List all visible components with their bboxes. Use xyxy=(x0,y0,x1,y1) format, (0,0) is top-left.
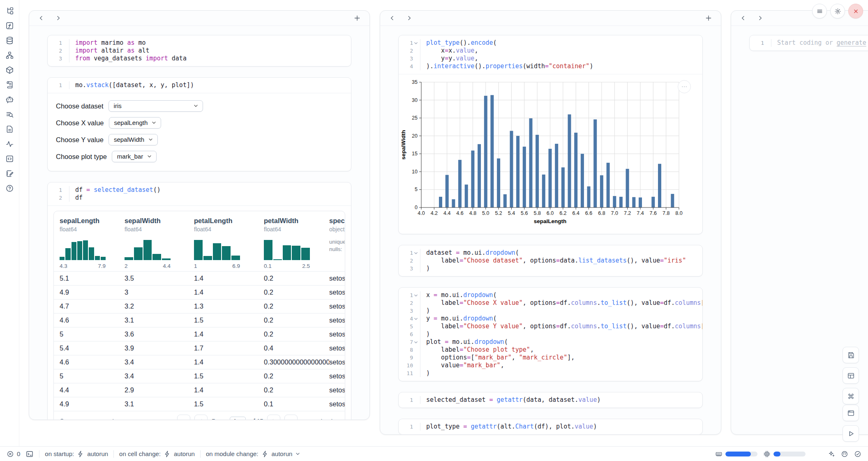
line-number: 2 xyxy=(399,47,420,55)
copilot-button[interactable] xyxy=(841,450,848,458)
notebook-cell[interactable]: 1mo.vstack([dataset, x, y, plot])Choose … xyxy=(47,77,351,171)
notebook-cell[interactable]: 1plot_type().encode(2 x=x.value,3 y=y.va… xyxy=(398,35,703,234)
code-editor[interactable]: 1selected_dataset = getattr(data, datase… xyxy=(399,392,702,408)
notebook-cell[interactable]: 1df = selected_dataset()2dfsepalLengthfl… xyxy=(47,182,351,420)
code-editor[interactable]: 1import marimo as mo2import altair as al… xyxy=(48,35,351,66)
table-column-header[interactable]: petalLengthfloat6416.9 xyxy=(194,217,264,271)
activity-icon[interactable] xyxy=(5,140,14,148)
database-icon[interactable] xyxy=(5,36,14,45)
errors-badge[interactable]: 0 xyxy=(7,450,20,458)
scroll-text-icon[interactable] xyxy=(5,81,14,89)
fold-toggle-icon[interactable] xyxy=(413,340,418,345)
table-row[interactable]: 4.63.41.40.30000000000000004setosa xyxy=(54,355,345,369)
line-number-text: 1 xyxy=(59,186,62,194)
package-icon[interactable] xyxy=(5,66,14,74)
column-next-button[interactable] xyxy=(55,15,62,21)
fold-toggle-icon[interactable] xyxy=(413,41,418,46)
function-square-icon[interactable] xyxy=(5,21,14,30)
chart-menu-button[interactable] xyxy=(678,80,691,93)
download-button[interactable]: Download xyxy=(305,418,340,420)
notebook-cell[interactable]: 1dataset = mo.ui.dropdown(2 label="Choos… xyxy=(398,245,703,277)
histogram-bar xyxy=(134,247,143,260)
chatbot-icon[interactable] xyxy=(5,95,14,104)
altair-chart[interactable]: 051015202530354.04.24.44.64.85.05.25.45.… xyxy=(399,74,702,234)
table-row[interactable]: 4.63.11.50.2setosa xyxy=(54,313,345,327)
line-number: 3 xyxy=(399,55,420,62)
table-column-header[interactable]: speciesobjectunique:nulls: xyxy=(329,217,345,271)
empty-notebook-cell[interactable]: 1Start coding or generate with AI xyxy=(749,35,868,51)
notebook-cell[interactable]: 1plot_type = getattr(alt.Chart(df), plot… xyxy=(398,419,703,435)
dropdown-select[interactable]: sepalWidth xyxy=(108,134,158,145)
table-cell: 1.4 xyxy=(194,288,264,296)
column-next-button[interactable] xyxy=(757,15,764,21)
dropdown-select[interactable]: mark_bar xyxy=(112,151,157,162)
line-number-text: 3 xyxy=(410,265,413,272)
code-editor[interactable]: 1mo.vstack([dataset, x, y, plot]) xyxy=(48,78,351,93)
code-editor[interactable]: 1df = selected_dataset()2df xyxy=(48,182,351,205)
table-column-header[interactable]: sepalLengthfloat644.37.9 xyxy=(60,217,125,271)
window-button[interactable] xyxy=(843,405,859,421)
notebook-cell[interactable]: 1x = mo.ui.dropdown(2 label="Choose X va… xyxy=(398,287,703,381)
code-line: 8 label="Choose plot type", xyxy=(399,346,702,354)
table-cell: 0.2 xyxy=(264,330,329,338)
panel-button[interactable] xyxy=(843,367,859,384)
help-circle-icon[interactable] xyxy=(5,184,14,193)
search-icon[interactable] xyxy=(59,418,66,420)
run-setting[interactable]: on startup:autorun xyxy=(45,450,108,458)
check-circle-button[interactable] xyxy=(854,450,861,458)
column-prev-button[interactable] xyxy=(740,15,746,21)
run-setting[interactable]: on cell change:autorun xyxy=(119,450,195,458)
column-min-max: 24.4 xyxy=(125,263,171,271)
search-list-icon[interactable] xyxy=(5,110,14,119)
command-button[interactable] xyxy=(843,388,859,404)
play-button[interactable] xyxy=(843,425,859,442)
table-row[interactable]: 53.61.40.2setosa xyxy=(54,327,345,341)
code-editor[interactable]: 1x = mo.ui.dropdown(2 label="Choose X va… xyxy=(399,288,702,381)
fold-toggle-icon[interactable] xyxy=(413,251,418,256)
notebook-cell[interactable]: 1import marimo as mo2import altair as al… xyxy=(47,35,351,67)
table-row[interactable]: 4.73.21.30.2setosa xyxy=(54,299,345,313)
run-setting[interactable]: on module change:autorun xyxy=(206,450,300,458)
table-row[interactable]: 4.931.40.2setosa xyxy=(54,285,345,299)
table-row[interactable]: 4.42.91.40.2setosa xyxy=(54,383,345,397)
sparkles-button[interactable] xyxy=(828,450,835,458)
first-page-button[interactable] xyxy=(177,415,190,420)
fold-toggle-icon[interactable] xyxy=(413,293,418,298)
last-page-button[interactable] xyxy=(284,415,298,420)
menu-button[interactable] xyxy=(812,4,827,18)
generate-with-ai-link[interactable]: generate xyxy=(837,39,866,46)
terminal-button[interactable] xyxy=(25,450,34,458)
table-column-header[interactable]: sepalWidthfloat6424.4 xyxy=(125,217,194,271)
table-row[interactable]: 5.43.91.70.4setosa xyxy=(54,341,345,355)
page-number-select[interactable]: 1 xyxy=(230,417,246,420)
table-row[interactable]: 5.13.51.40.2setosa xyxy=(54,271,345,285)
file-tree-icon[interactable] xyxy=(5,7,14,15)
code-editor[interactable]: 1dataset = mo.ui.dropdown(2 label="Choos… xyxy=(399,245,702,276)
column-next-button[interactable] xyxy=(406,15,413,21)
code-block-icon[interactable] xyxy=(5,154,14,163)
dependency-graph-icon[interactable] xyxy=(5,51,14,60)
next-page-button[interactable] xyxy=(267,415,280,420)
add-cell-button[interactable] xyxy=(353,14,361,22)
table-row[interactable]: 53.41.50.2setosa xyxy=(54,369,345,383)
code-editor[interactable]: 1plot_type().encode(2 x=x.value,3 y=y.va… xyxy=(399,35,702,74)
save-button[interactable] xyxy=(843,347,859,363)
fold-toggle-icon[interactable] xyxy=(413,316,418,321)
close-button[interactable] xyxy=(848,4,863,18)
code-editor[interactable]: 1Start coding or generate with AI xyxy=(750,35,868,51)
code-editor[interactable]: 1plot_type = getattr(alt.Chart(df), plot… xyxy=(399,419,702,434)
line-number-text: 6 xyxy=(410,330,413,338)
scratchpad-icon[interactable] xyxy=(5,169,14,178)
column-prev-button[interactable] xyxy=(389,15,395,21)
dropdown-value: iris xyxy=(114,102,122,109)
dropdown-select[interactable]: sepalLength xyxy=(109,117,162,129)
table-column-header[interactable]: petalWidthfloat640.12.5 xyxy=(264,217,329,271)
prev-page-button[interactable] xyxy=(194,415,208,420)
gear-button[interactable] xyxy=(830,4,845,18)
dropdown-select[interactable]: iris xyxy=(108,100,203,112)
add-cell-button[interactable] xyxy=(705,14,712,22)
column-prev-button[interactable] xyxy=(38,15,44,21)
notebook-cell[interactable]: 1selected_dataset = getattr(data, datase… xyxy=(398,392,703,408)
table-row[interactable]: 4.93.11.50.1setosa xyxy=(54,397,345,411)
document-icon[interactable] xyxy=(5,125,14,134)
